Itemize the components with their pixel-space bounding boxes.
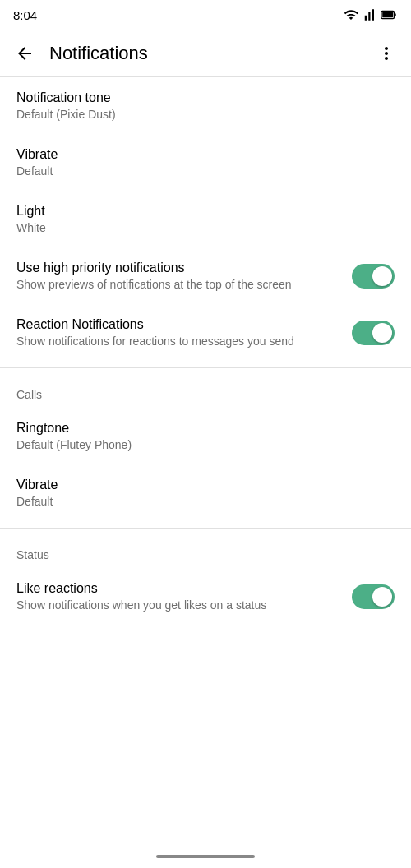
- toggle-thumb-reaction-notifications: [372, 323, 392, 343]
- settings-list: Notification tone Default (Pixie Dust) V…: [0, 77, 411, 625]
- app-bar-title: Notifications: [49, 43, 368, 64]
- svg-rect-1: [395, 13, 396, 16]
- setting-subtitle-ringtone: Default (Flutey Phone): [16, 438, 395, 451]
- setting-text-like-reactions: Like reactions Show notifications when y…: [16, 581, 339, 612]
- toggle-thumb-like-reactions: [372, 587, 392, 607]
- svg-rect-2: [382, 12, 393, 17]
- setting-text-reaction-notifications: Reaction Notifications Show notification…: [16, 317, 339, 348]
- signal-icon: [362, 7, 376, 22]
- app-bar: Notifications: [0, 30, 411, 77]
- setting-title-like-reactions: Like reactions: [16, 581, 339, 596]
- setting-title-ringtone: Ringtone: [16, 421, 395, 436]
- divider: [0, 367, 411, 368]
- more-options-button[interactable]: [368, 35, 404, 72]
- section-header-status: Status: [0, 535, 411, 568]
- battery-icon: [380, 6, 398, 24]
- setting-subtitle-like-reactions: Show notifications when you get likes on…: [16, 598, 339, 612]
- back-button[interactable]: [7, 35, 43, 72]
- setting-item-reaction-notifications[interactable]: Reaction Notifications Show notification…: [0, 304, 411, 361]
- setting-title-notification-tone: Notification tone: [16, 90, 395, 105]
- setting-item-vibrate-messages[interactable]: Vibrate Default: [0, 134, 411, 191]
- setting-item-vibrate-calls[interactable]: Vibrate Default: [0, 464, 411, 521]
- more-vert-icon: [376, 44, 396, 63]
- bottom-nav-indicator: [156, 855, 255, 858]
- setting-subtitle-vibrate-calls: Default: [16, 495, 395, 508]
- setting-subtitle-vibrate-messages: Default: [16, 164, 395, 178]
- setting-title-vibrate-messages: Vibrate: [16, 147, 395, 162]
- section-header-calls: Calls: [0, 375, 411, 408]
- setting-subtitle-high-priority: Show previews of notifications at the to…: [16, 278, 339, 291]
- setting-title-light: Light: [16, 204, 395, 219]
- setting-title-high-priority: Use high priority notifications: [16, 261, 339, 275]
- setting-item-high-priority[interactable]: Use high priority notifications Show pre…: [0, 247, 411, 304]
- toggle-like-reactions[interactable]: [352, 584, 395, 609]
- setting-text-high-priority: Use high priority notifications Show pre…: [16, 261, 339, 291]
- setting-subtitle-reaction-notifications: Show notifications for reactions to mess…: [16, 335, 339, 348]
- setting-subtitle-notification-tone: Default (Pixie Dust): [16, 108, 395, 121]
- toggle-high-priority[interactable]: [352, 264, 395, 289]
- setting-title-reaction-notifications: Reaction Notifications: [16, 317, 339, 332]
- setting-title-vibrate-calls: Vibrate: [16, 478, 395, 492]
- setting-item-light[interactable]: Light White: [0, 191, 411, 247]
- setting-item-ringtone[interactable]: Ringtone Default (Flutey Phone): [0, 408, 411, 464]
- wifi-icon: [344, 7, 358, 22]
- setting-item-like-reactions[interactable]: Like reactions Show notifications when y…: [0, 568, 411, 625]
- divider: [0, 528, 411, 529]
- setting-subtitle-light: White: [16, 221, 395, 234]
- back-arrow-icon: [15, 44, 35, 63]
- toggle-reaction-notifications[interactable]: [352, 321, 395, 345]
- setting-item-notification-tone[interactable]: Notification tone Default (Pixie Dust): [0, 77, 411, 134]
- status-icons: [344, 6, 398, 24]
- toggle-thumb-high-priority: [372, 266, 392, 286]
- status-time: 8:04: [13, 8, 37, 22]
- status-bar: 8:04: [0, 0, 411, 30]
